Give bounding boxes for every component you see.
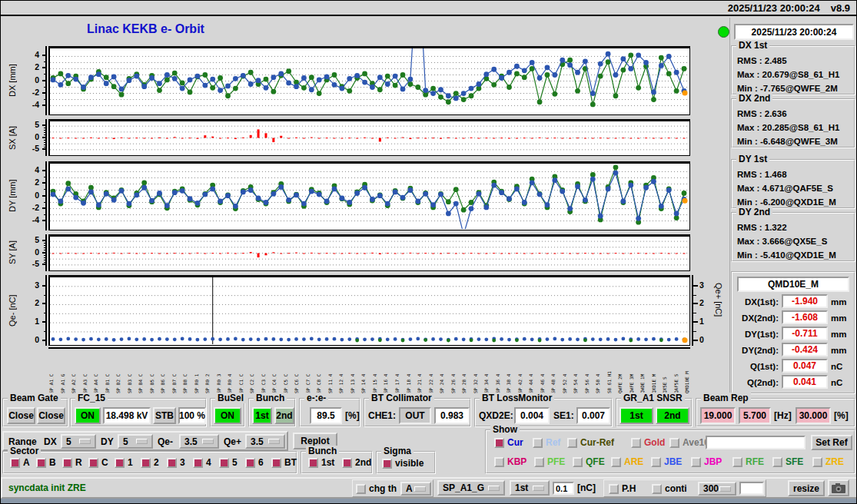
sector-checkbox-5[interactable]: 5 xyxy=(219,457,238,468)
show-checkbox-jbe[interactable]: JBE xyxy=(651,456,682,467)
bpm-label: SP_C3_C xyxy=(261,349,266,393)
checkbox-label: B xyxy=(49,457,56,468)
bunch-1st-button[interactable]: 1st xyxy=(252,407,272,424)
sector-checkbox-a[interactable]: A xyxy=(10,457,30,468)
fc15-on-button[interactable]: ON xyxy=(75,407,101,424)
selected-bpm-name[interactable]: QMD10E_M xyxy=(737,277,849,292)
beam-gate-group: Beam Gate Close Close xyxy=(2,398,68,427)
bpm-row-label: DY(2nd): xyxy=(734,346,779,355)
show-checkbox-cur-ref[interactable]: Cur-Ref xyxy=(567,437,614,448)
checkbox-label: 4 xyxy=(206,457,211,468)
show-checkbox-ave10[interactable]: Ave10 xyxy=(669,437,709,448)
bunch-select-dropdown[interactable]: 1st xyxy=(510,480,550,496)
sector-checkbox-bt[interactable]: BT xyxy=(271,457,297,468)
chg-th-dropdown[interactable]: A xyxy=(400,482,431,496)
sp-select-dropdown[interactable]: SP_A1_G xyxy=(437,480,505,496)
dy-plot[interactable] xyxy=(48,161,690,230)
ref-name-input[interactable] xyxy=(706,436,806,449)
bpm-label: QAF5E_S xyxy=(673,349,679,393)
screenshot-button[interactable] xyxy=(828,479,849,496)
beam-gate-close-button-2[interactable]: Close xyxy=(37,407,65,424)
resize-button[interactable]: resize xyxy=(788,480,825,496)
checkbox-label: 2nd xyxy=(355,457,371,468)
checkbox-label: 2 xyxy=(154,457,159,468)
sigma-visible-checkbox[interactable]: visible xyxy=(382,458,424,469)
checkbox-label: RFE xyxy=(746,456,764,467)
sector-checkbox-b[interactable]: B xyxy=(36,457,56,468)
show-checkbox-cur[interactable]: Cur xyxy=(494,437,523,448)
sector-group: Sector ABRC123456BT xyxy=(2,451,297,474)
checkbox-indicator xyxy=(567,438,577,448)
window-titlebar: 2025/11/23 20:00:24 v8.9 xyxy=(1,1,857,16)
show-checkbox-gold[interactable]: Gold xyxy=(631,437,665,448)
beam-rep-percent-unit: [%] xyxy=(834,410,849,421)
bunch-2nd-button[interactable]: 2nd xyxy=(274,407,294,424)
sy-y-axis-label: SY [A] xyxy=(7,234,18,271)
count-dropdown[interactable]: 300 xyxy=(698,482,736,496)
sx-plot[interactable] xyxy=(48,119,690,156)
bunch-checkbox-2nd[interactable]: 2nd xyxy=(342,457,371,468)
range-dy-label: DY xyxy=(101,436,114,447)
bpm-row-label: DX(1st): xyxy=(734,297,779,307)
show-checkbox-jbp[interactable]: JBP xyxy=(691,456,722,467)
sector-checkbox-c[interactable]: C xyxy=(88,457,108,468)
bpm-label: QWFE_2M xyxy=(617,349,623,393)
q-plot[interactable] xyxy=(48,275,690,346)
sector-checkbox-1[interactable]: 1 xyxy=(115,457,133,468)
show-checkbox-pfe[interactable]: PFE xyxy=(534,456,565,467)
ee-ratio-unit: [%] xyxy=(345,410,360,421)
set-ref-button[interactable]: Set Ref xyxy=(811,435,852,450)
show-checkbox-are[interactable]: ARE xyxy=(611,456,643,467)
sector-checkbox-2[interactable]: 2 xyxy=(141,457,159,468)
stats-panel-dy-1st: DY 1stRMS : 1.468Max : 4.671@QAF5E_SMin … xyxy=(731,159,855,209)
range-qep-dropdown[interactable]: 3.5 xyxy=(245,434,285,449)
bunch-filter-group: Bunch 1st2nd xyxy=(301,451,373,474)
stat-rms: RMS : 2.636 xyxy=(737,109,787,118)
fc15-stb-button[interactable]: STB xyxy=(153,407,176,424)
beam-gate-title: Beam Gate xyxy=(8,393,61,403)
dx-plot[interactable] xyxy=(48,46,690,115)
extra-input[interactable] xyxy=(739,482,764,495)
show-checkbox-rfe[interactable]: RFE xyxy=(732,456,764,467)
ee-ratio-group: e-:e- 89.5 [%] xyxy=(299,398,360,427)
checkbox-indicator xyxy=(494,438,504,448)
range-qem-dropdown[interactable]: 3.5 xyxy=(179,434,219,449)
checkbox-label: conti xyxy=(665,483,687,494)
show-checkbox-qfe[interactable]: QFE xyxy=(573,456,605,467)
show-checkbox-kbp[interactable]: KBP xyxy=(494,456,526,467)
sector-checkbox-4[interactable]: 4 xyxy=(193,457,211,468)
bpm-label: SP_32_4 xyxy=(473,349,478,393)
gr-snsr-1st-button[interactable]: 1st xyxy=(619,407,653,424)
bpm-label: SP_24_4 xyxy=(439,349,444,393)
threshold-input[interactable] xyxy=(553,482,574,495)
show-checkbox-ref[interactable]: Ref xyxy=(533,437,560,448)
sector-checkbox-r[interactable]: R xyxy=(62,457,82,468)
bpm-label: SP_B3_C xyxy=(127,349,132,393)
range-dx-dropdown[interactable]: 5 xyxy=(61,434,96,449)
gr-snsr-2nd-button[interactable]: 2nd xyxy=(656,407,689,424)
bpm-label: QWDE_1M xyxy=(639,349,645,393)
busel-on-button[interactable]: ON xyxy=(214,407,241,424)
bunch-checkbox-1st[interactable]: 1st xyxy=(308,457,334,468)
sector-title: Sector xyxy=(8,446,41,456)
status-led-icon xyxy=(718,26,729,38)
sector-checkbox-6[interactable]: 6 xyxy=(245,457,264,468)
range-dy-dropdown[interactable]: 5 xyxy=(118,434,153,449)
bpm-label: SP_C2_C xyxy=(249,349,254,393)
fc15-kv-value: 18.498 kV xyxy=(103,407,151,424)
bpm-row-unit: mm xyxy=(831,313,846,323)
sy-plot[interactable] xyxy=(48,234,690,271)
titlebar-version: v8.9 xyxy=(831,2,850,14)
chg-th-checkbox[interactable]: chg th xyxy=(356,483,397,494)
q-right-axis: 3210 xyxy=(692,275,712,346)
sector-checkbox-3[interactable]: 3 xyxy=(167,457,185,468)
stat-min: Min : -6.200@QXD1E_M xyxy=(737,197,836,207)
beam-gate-close-button-1[interactable]: Close xyxy=(7,407,35,424)
checkbox-label: BT xyxy=(284,457,297,468)
ph-checkbox[interactable]: P.H xyxy=(609,483,636,494)
show-checkbox-sfe[interactable]: SFE xyxy=(772,456,803,467)
stat-max: Max : 4.671@QAF5E_S xyxy=(737,184,833,193)
bpm-label: SP_R0_4 xyxy=(227,349,232,393)
show-checkbox-zre[interactable]: ZRE xyxy=(812,456,844,467)
conti-checkbox[interactable]: conti xyxy=(652,483,687,494)
